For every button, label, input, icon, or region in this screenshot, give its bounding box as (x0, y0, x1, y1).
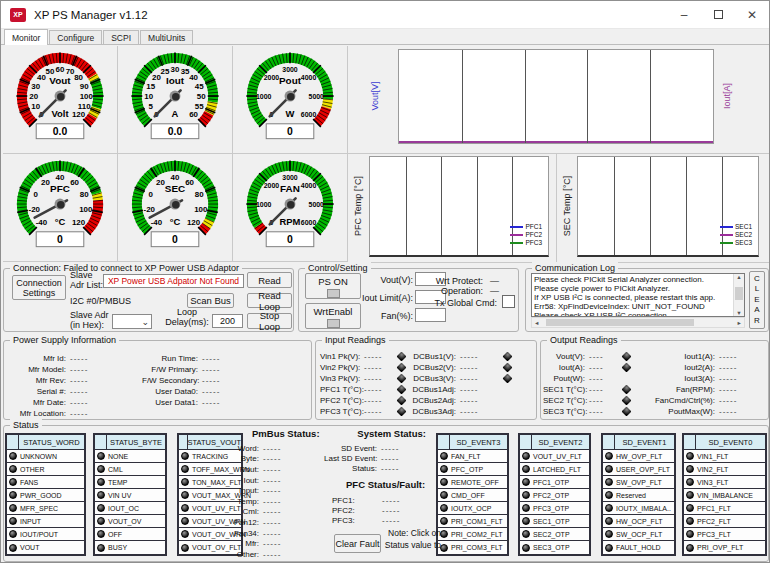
status-led-indicator (440, 465, 448, 473)
tab-configure[interactable]: Configure (49, 30, 102, 44)
fan-set-input[interactable] (415, 308, 446, 322)
wrt-enabl-button[interactable]: WrtEnabl (305, 303, 361, 329)
status-row: PFC2_FLT (684, 515, 765, 528)
svg-text:W: W (286, 107, 295, 118)
field-row: Temp:----- (233, 496, 285, 507)
status-flag-label: REMOTE_OFF (451, 479, 499, 486)
read-loop-button[interactable]: Read Loop (247, 293, 292, 308)
vout-iout-plot (398, 49, 714, 144)
status-row: PWR_GOOD (7, 489, 84, 502)
svg-text:1000: 1000 (256, 92, 272, 99)
communication-log-textarea[interactable]: Please check PICkit Serial Analyzer conn… (531, 273, 745, 317)
status-flag-label: MFR_SPEC (20, 505, 58, 512)
close-button[interactable]: ✕ (735, 1, 769, 29)
loop-delay-label: Loop Delay(ms): (164, 307, 210, 327)
gauge-vout: 0102030405060708090100110120VoutVolt0.0 (3, 46, 118, 154)
status-row: VOUT_OV_FLT (179, 541, 241, 554)
slave-adr-hex-label: Slave Adr (in Hex): (70, 310, 114, 330)
field-label: Pout(W): (543, 374, 585, 383)
status-flag-label: SW_OCP_FLT (616, 531, 662, 538)
field-row: User Data1:----- (142, 397, 232, 408)
status-flag-label: NONE (108, 453, 128, 460)
legend-swatch (510, 226, 523, 228)
status-flag-label: OFF (108, 531, 122, 538)
scroll-left-icon[interactable]: ◄ (534, 320, 539, 326)
field-value: ----- (263, 539, 285, 548)
stop-loop-button[interactable]: Stop Loop (247, 313, 292, 329)
slave-adr-list-field[interactable]: XP Power USB Adpator Not Found (103, 274, 244, 288)
status-led-indicator (605, 517, 613, 525)
status-led-indicator (181, 491, 189, 499)
scan-bus-button[interactable]: Scan Bus (187, 293, 234, 308)
app-window: XP XP PS Manager v1.12 – ✕ Monitor Confi… (0, 0, 770, 563)
slave-adr-dropdown[interactable]: ⌄ (112, 314, 152, 329)
log-vertical-scrollbar[interactable]: ▲ ▼ (733, 274, 744, 316)
tab-strip: Monitor Configure SCPI MultiUnits (1, 29, 769, 45)
status-flag-label: PRI_COM2_FLT (451, 531, 503, 538)
svg-text:5000: 5000 (309, 92, 325, 99)
status-row: TON_MAX_FLT (179, 476, 241, 489)
clear-log-button[interactable]: CLEAR (749, 271, 765, 329)
field-value: ----- (364, 374, 394, 383)
svg-text:3000: 3000 (282, 66, 298, 73)
field-value: ----- (364, 352, 394, 361)
fan-set-label: Fan(%): (359, 311, 413, 321)
field-value: ----- (263, 465, 285, 474)
tab-monitor[interactable]: Monitor (4, 29, 48, 45)
communication-log-group: Communication Log Please check PICkit Se… (525, 268, 769, 332)
legend-item: SEC3 (720, 239, 752, 247)
connection-settings-button[interactable]: Connection Settings (12, 275, 66, 300)
status-row: PFC1_OTP (520, 476, 589, 489)
status-diamond-indicator (397, 385, 407, 395)
vertical-scroll-thumb[interactable] (735, 287, 743, 300)
minimize-button[interactable]: – (667, 1, 701, 29)
log-horizontal-scrollbar[interactable]: ◄ ► (531, 317, 745, 328)
loop-delay-input[interactable]: 200 (212, 314, 243, 328)
svg-text:100: 100 (80, 91, 94, 100)
ps-on-button[interactable]: PS ON (305, 273, 361, 299)
field-row: Byte:----- (233, 454, 285, 465)
status-led-indicator (97, 530, 105, 538)
field-label: PFC2 T(°C): (320, 396, 360, 405)
connection-group: Connection: Failed to connect to XP Powe… (3, 268, 294, 332)
status-diamond-indicator (503, 352, 513, 362)
tx-global-checkbox[interactable] (502, 295, 515, 308)
maximize-button[interactable] (701, 1, 735, 29)
output-readings-group: Output Readings Vout(V):----Iout(A):----… (540, 340, 769, 420)
svg-text:4000: 4000 (301, 74, 317, 81)
field-label: Run Time: (142, 354, 198, 363)
status-row: VIN UV (95, 489, 165, 502)
field-value: ----- (70, 365, 100, 374)
field-value: ----- (460, 396, 500, 405)
chart-divider-vertical (556, 154, 557, 262)
status-row: OTHER (7, 463, 84, 476)
clear-fault-button[interactable]: Clear Fault (334, 534, 381, 553)
status-flag-label: VOUT_OV (108, 518, 141, 525)
status-flag-label: VIN1_FLT (697, 453, 728, 460)
status-row: VOUT (7, 541, 84, 554)
svg-text:-40: -40 (151, 218, 163, 227)
status-flag-label: PFC_OTP (451, 466, 483, 473)
tab-scpi[interactable]: SCPI (103, 30, 139, 44)
svg-text:0: 0 (34, 189, 39, 198)
field-value: ----- (719, 396, 747, 405)
chart-gridline (587, 50, 588, 143)
horizontal-scroll-thumb[interactable] (546, 319, 694, 326)
field-row: DCBus2(V):----- (412, 362, 511, 373)
scroll-down-icon[interactable]: ▼ (736, 310, 741, 316)
read-button[interactable]: Read (247, 272, 292, 288)
status-row: PFC3_OTP (520, 502, 589, 515)
status-row: VOUT_UV_WRN (179, 515, 241, 528)
field-row: Vout:----- (233, 464, 285, 475)
gauge-pout: 0100020003000400050006000PoutW0 (233, 46, 348, 154)
status-led-indicator (97, 517, 105, 525)
scroll-right-icon[interactable]: ► (737, 320, 742, 326)
status-flag-label: IOUTX_IMBALA.. (616, 505, 671, 512)
status-flag-label: VOUT (20, 544, 39, 551)
field-label: Serial #: (8, 387, 66, 396)
scroll-up-icon[interactable]: ▲ (736, 274, 741, 280)
field-row: Run Time:----- (142, 353, 232, 364)
status-led-indicator (440, 544, 448, 552)
field-value: ----- (364, 385, 394, 394)
tab-multiunits[interactable]: MultiUnits (140, 30, 193, 44)
